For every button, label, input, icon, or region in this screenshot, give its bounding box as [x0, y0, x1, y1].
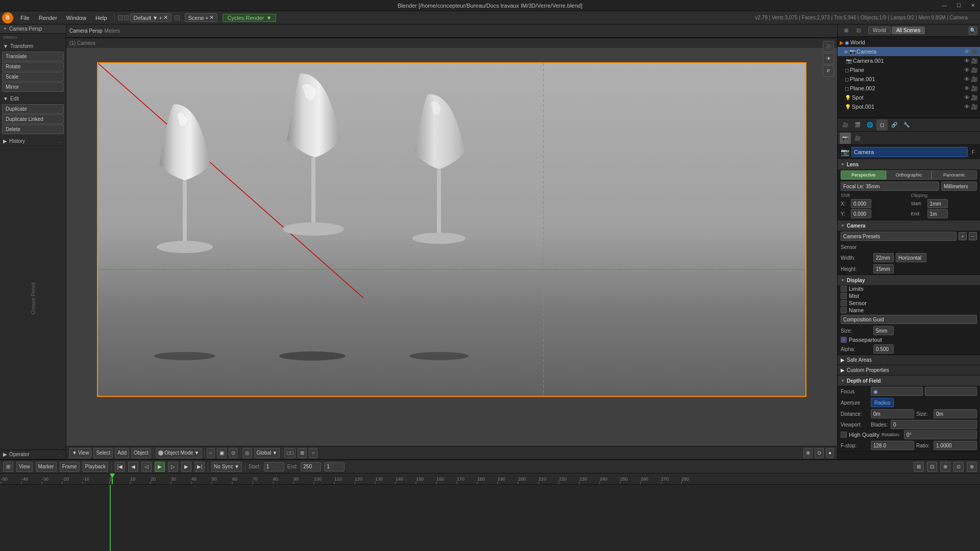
tl-icon4[interactable]: ⊙ [953, 462, 964, 472]
sensor-cb[interactable] [841, 300, 847, 306]
draw-type-btn[interactable]: ▣ [217, 448, 227, 458]
translate-button[interactable]: Translate [2, 52, 64, 61]
dof-section-header[interactable]: ▼ Depth of Field [838, 375, 980, 386]
perspective-btn[interactable]: Perspective [841, 170, 886, 180]
clip-end-field[interactable]: 1m [927, 209, 948, 218]
render-mode-btn[interactable]: ● [826, 448, 834, 458]
sensor-width-field[interactable]: 22mm [873, 253, 894, 262]
start-frame-field[interactable]: 1 [264, 462, 284, 471]
outliner-search-btn[interactable]: 🔍 [969, 27, 977, 35]
prop-modifiers-icon[interactable]: 🔧 [901, 119, 912, 131]
toolbar-add-btn[interactable]: Add [115, 448, 129, 458]
end-frame-field[interactable]: 250 [301, 462, 321, 471]
edit-header[interactable]: ▼ Edit [0, 94, 66, 104]
world-tab[interactable]: World [868, 27, 891, 34]
snap-btn[interactable]: ⊞ [298, 448, 307, 458]
focus-value-field[interactable] [925, 387, 977, 396]
jump-start-btn[interactable]: |◀ [115, 462, 125, 472]
play-btn[interactable]: ▶ [155, 462, 165, 472]
nav-btn-cam[interactable]: 🎥 [823, 41, 834, 52]
mist-cb[interactable] [841, 293, 847, 299]
show-hide-btn[interactable]: ⊙ [229, 448, 238, 458]
display-section-header[interactable]: ▼ Display [838, 275, 980, 285]
prev-keyframe-btn[interactable]: ◁ [141, 462, 152, 472]
all-scenes-tab[interactable]: All Scenes [892, 27, 925, 34]
transform-orient-btn[interactable]: Global ▼ [254, 448, 280, 458]
history-header[interactable]: ▶ History ... [0, 137, 66, 146]
menu-render[interactable]: Render [35, 14, 61, 22]
prev-frame-btn[interactable]: ◀ [128, 462, 138, 472]
spot001-visibility[interactable]: 👁 [964, 104, 970, 110]
scene-spot001-item[interactable]: 💡 Spot.001 👁 🎥 [838, 102, 980, 111]
scene-camera001-item[interactable]: 📷 Camera.001 👁 🎥 [838, 56, 980, 65]
scene-selector[interactable]: Scene + ✕ [185, 13, 218, 22]
camera-render[interactable]: 🎥 [971, 48, 978, 55]
focal-unit-field[interactable]: Millimeters [941, 182, 977, 191]
size-disp-field[interactable]: 5mm [873, 326, 894, 335]
camera-section-header[interactable]: ▼ Camera [838, 220, 980, 231]
prop-camera-icon[interactable]: 📷 [840, 133, 851, 144]
camera-visibility[interactable]: 👁 [964, 48, 970, 55]
clip-start-field[interactable]: 1mm [927, 199, 948, 208]
mirror-button[interactable]: Mirror [2, 82, 64, 92]
jump-end-btn[interactable]: ▶| [194, 462, 205, 472]
camera-presets-field[interactable]: Camera Presets [841, 232, 957, 241]
menu-help[interactable]: Help [91, 14, 111, 22]
alpha-field[interactable]: 0.500 [873, 344, 894, 354]
radius-btn[interactable]: Radius [871, 398, 894, 407]
timeline-frame-btn[interactable]: Frame [60, 462, 80, 472]
next-keyframe-btn[interactable]: ▷ [168, 462, 178, 472]
close-button[interactable]: ✕ [966, 0, 980, 11]
toolbar-select-btn[interactable]: Select [93, 448, 113, 458]
camera-presets-del[interactable]: − [969, 232, 977, 240]
comp-guid-field[interactable]: Composition Guid [841, 315, 977, 324]
ratio-field[interactable]: 1.0000 [934, 441, 977, 450]
prop-constraints-icon[interactable]: 🔗 [889, 119, 900, 131]
name-cb[interactable] [841, 307, 847, 313]
scene-world-item[interactable]: ▶ ◉ World [838, 38, 980, 47]
plane-visibility[interactable]: 👁 [964, 67, 970, 73]
size-dof-field[interactable]: 0m [934, 409, 977, 418]
camera001-visibility[interactable]: 👁 [964, 58, 970, 64]
rotation-field[interactable]: 0° [904, 430, 977, 439]
orthographic-btn[interactable]: Orthographic [886, 170, 932, 180]
custom-props-header[interactable]: ▶ Custom Properties [838, 365, 980, 375]
scale-button[interactable]: Scale [2, 72, 64, 82]
operator-header[interactable]: ▶ Operator ... [0, 449, 66, 459]
blades-field[interactable]: 0 [891, 420, 977, 429]
hq-cb[interactable] [841, 432, 847, 438]
minimize-button[interactable]: — [937, 0, 951, 11]
transform-header[interactable]: ▼ Transform [0, 42, 66, 51]
safe-areas-header[interactable]: ▶ Safe Areas [838, 355, 980, 365]
timeline-icon-btn[interactable]: ⊞ [3, 462, 13, 472]
prop-object-icon[interactable]: ◻ [876, 119, 888, 131]
tl-icon1[interactable]: ⊞ [914, 462, 924, 472]
camera001-render[interactable]: 🎥 [971, 58, 978, 64]
spot-visibility[interactable]: 👁 [964, 94, 970, 101]
distance-field[interactable]: 0m [871, 409, 914, 418]
scene-spot-item[interactable]: 💡 Spot 👁 🎥 [838, 93, 980, 102]
tl-icon2[interactable]: ⊡ [927, 462, 937, 472]
lens-section-header[interactable]: ▼ Lens [838, 159, 980, 169]
nav-btn-view[interactable]: 👁 [823, 53, 834, 64]
outliner-icon1[interactable]: ⊞ [841, 25, 852, 36]
toolbar-object-btn[interactable]: Object [131, 448, 151, 458]
viewport-canvas[interactable]: 🎥 👁 P (1) Camera [66, 38, 837, 446]
scene-plane002-item[interactable]: ◻ Plane.002 👁 🎥 [838, 84, 980, 93]
prop-world-icon[interactable]: 🌐 [864, 119, 875, 131]
spot001-render[interactable]: 🎥 [971, 104, 978, 110]
scene-plane001-item[interactable]: ◻ Plane.001 👁 🎥 [838, 74, 980, 84]
outliner-icon2[interactable]: ⊡ [853, 25, 864, 36]
viewport-overlay-btn[interactable]: ⊙ [815, 448, 824, 458]
toolbar-view-btn[interactable]: ▼ View [69, 448, 91, 458]
workspace-close[interactable]: ✕ [163, 14, 168, 21]
gizmo-btn[interactable]: ⊕ [803, 448, 813, 458]
duplicate-linked-button[interactable]: Duplicate Linked [2, 114, 64, 124]
pivot-btn[interactable]: ◎ [242, 448, 252, 458]
menu-window[interactable]: Window [62, 14, 90, 22]
plane001-visibility[interactable]: 👁 [964, 76, 970, 82]
prop-edit-btn[interactable]: ○ [309, 448, 317, 458]
plane001-render[interactable]: 🎥 [971, 76, 978, 83]
nav-btn-persp[interactable]: P [823, 65, 834, 77]
workspace-selector[interactable]: Default ▼ + ✕ [130, 13, 172, 22]
